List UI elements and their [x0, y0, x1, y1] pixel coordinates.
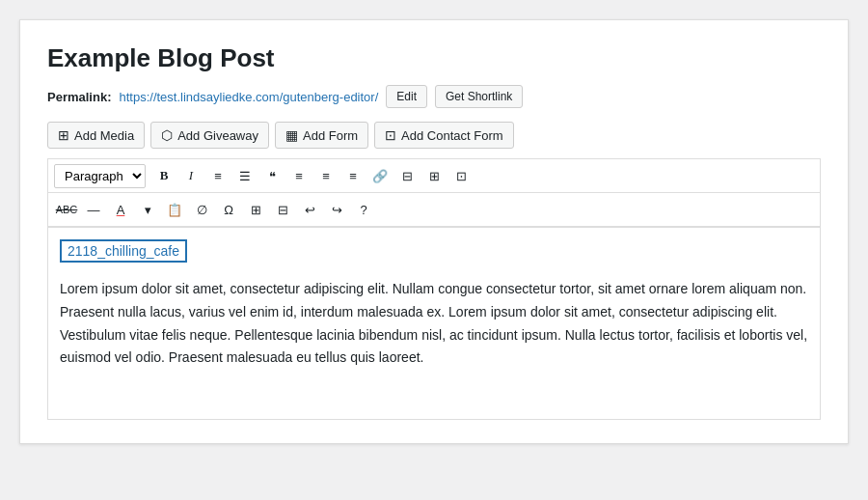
clear-formatting-button[interactable]: ∅ — [189, 197, 214, 222]
outdent-button[interactable]: ⊟ — [270, 197, 295, 222]
add-media-button[interactable]: ⊞ Add Media — [47, 122, 145, 149]
paragraph-select[interactable]: Paragraph — [54, 164, 146, 188]
add-contact-form-label: Add Contact Form — [401, 128, 503, 143]
text-color-arrow[interactable]: ▾ — [135, 197, 160, 222]
indent-button[interactable]: ⊞ — [243, 197, 268, 222]
align-left-button[interactable]: ≡ — [286, 163, 312, 188]
unordered-list-button[interactable]: ≡ — [205, 163, 231, 188]
selected-text[interactable]: 2118_chilling_cafe — [60, 239, 187, 263]
help-button[interactable]: ? — [351, 197, 376, 222]
paste-from-word-button[interactable]: 📋 — [162, 197, 187, 222]
permalink-label: Permalink: — [47, 90, 111, 104]
add-form-label: Add Form — [303, 128, 358, 143]
special-char-button[interactable]: Ω — [216, 197, 241, 222]
edit-permalink-button[interactable]: Edit — [386, 85, 427, 108]
editor-content-area[interactable]: 2118_chilling_cafe Lorem ipsum dolor sit… — [47, 227, 821, 420]
italic-button[interactable]: I — [178, 163, 203, 188]
get-shortlink-button[interactable]: Get Shortlink — [435, 85, 523, 108]
align-center-button[interactable]: ≡ — [313, 163, 339, 188]
blockquote-button[interactable]: ❝ — [259, 163, 285, 188]
post-title: Example Blog Post — [47, 43, 821, 73]
toolbar-row-1: Paragraph B I ≡ ☰ ❝ ≡ ≡ ≡ 🔗 ⊟ ⊞ ⊡ — [48, 159, 820, 193]
text-color-button[interactable]: A — [108, 197, 133, 222]
bold-button[interactable]: B — [151, 163, 176, 188]
horizontal-rule-button[interactable]: ⊟ — [394, 163, 420, 188]
redo-button[interactable]: ↪ — [324, 197, 349, 222]
permalink-url[interactable]: https://test.lindsayliedke.com/gutenberg… — [119, 90, 378, 104]
ordered-list-button[interactable]: ☰ — [232, 163, 258, 188]
contact-form-icon: ⊡ — [385, 127, 396, 143]
media-icon: ⊞ — [58, 127, 69, 143]
toolbar-row-2: ABC — A ▾ 📋 ∅ Ω ⊞ ⊟ ↩ ↪ ? — [48, 193, 820, 227]
align-right-button[interactable]: ≡ — [340, 163, 366, 188]
editor-container: Example Blog Post Permalink: https://tes… — [19, 19, 849, 444]
add-giveaway-label: Add Giveaway — [177, 128, 258, 143]
add-contact-form-button[interactable]: ⊡ Add Contact Form — [374, 122, 514, 149]
strikethrough-button[interactable]: ABC — [54, 197, 79, 222]
add-giveaway-button[interactable]: ⬡ Add Giveaway — [150, 122, 269, 149]
permalink-row: Permalink: https://test.lindsayliedke.co… — [47, 85, 821, 108]
em-dash-button[interactable]: — — [81, 197, 106, 222]
lorem-paragraph[interactable]: Lorem ipsum dolor sit amet, consectetur … — [60, 278, 808, 370]
read-more-button[interactable]: ⊞ — [421, 163, 447, 188]
editor-toolbar: Paragraph B I ≡ ☰ ❝ ≡ ≡ ≡ 🔗 ⊟ ⊞ ⊡ ABC — … — [47, 158, 821, 227]
media-toolbar-row: ⊞ Add Media ⬡ Add Giveaway ▦ Add Form ⊡ … — [47, 122, 821, 149]
add-media-label: Add Media — [74, 128, 134, 143]
link-button[interactable]: 🔗 — [367, 163, 393, 188]
undo-button[interactable]: ↩ — [297, 197, 322, 222]
form-icon: ▦ — [285, 127, 298, 143]
add-form-button[interactable]: ▦ Add Form — [275, 122, 368, 149]
giveaway-icon: ⬡ — [161, 127, 173, 143]
toolbar-toggle-button[interactable]: ⊡ — [448, 163, 474, 188]
